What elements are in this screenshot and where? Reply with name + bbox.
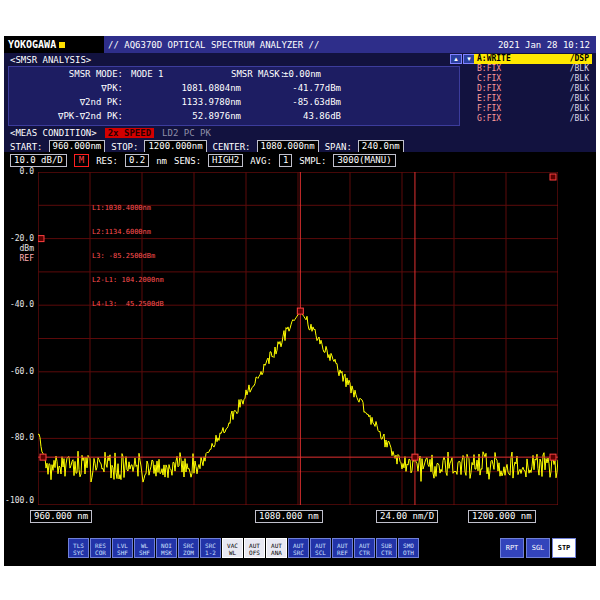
stop-sweep-button[interactable]: STP	[552, 538, 576, 558]
meas-condition-row: <MEAS CONDITION> 2x SPEED LD2 PC PK	[10, 128, 211, 138]
softkey-aut-ctr[interactable]: AUT CTR	[354, 538, 375, 558]
xaxis-center-value: 1080.000 nm	[255, 510, 323, 523]
peak-label: ∇PK:	[13, 83, 123, 93]
graph-display: 10.0 dB/D M RES: 0.2 nm SENS: HIGH2 AVG:…	[4, 152, 596, 566]
softkey-noi-msk[interactable]: NOI MSK	[156, 538, 177, 558]
sens-value[interactable]: HIGH2	[208, 154, 243, 167]
softkey-aut-ref[interactable]: AUT REF	[332, 538, 353, 558]
line-marker-l1: L1:1030.4000nm	[92, 204, 164, 212]
trace-d-status: /BLK	[570, 84, 589, 94]
y-unit-label: dBm	[4, 244, 34, 253]
line-marker-readout: L1:1030.4000nm L2:1134.6000nm L3: -85.25…	[92, 188, 164, 324]
y-label-80: -80.0	[4, 433, 34, 442]
trace-d-name: D:FIX	[477, 84, 501, 94]
trace-scroll-controls: ▲ ▼	[450, 54, 475, 64]
stop-label: STOP:	[111, 142, 138, 152]
trace-c-name: C:FIX	[477, 74, 501, 84]
softkey-vac-wl[interactable]: VAC WL	[222, 538, 243, 558]
smsr-mode-label: SMSR MODE:	[13, 69, 123, 79]
y-label-60: -60.0	[4, 367, 34, 376]
softkey-tls-syc[interactable]: TLS SYC	[68, 538, 89, 558]
sens-label: SENS:	[174, 156, 201, 166]
smpl-value[interactable]: 3000(MANU)	[333, 154, 395, 167]
trace-row-e[interactable]: E:FIX /BLK	[474, 94, 592, 104]
peak-row: ∇PK: 1081.0804nm -41.77dBm	[13, 83, 341, 93]
softkey-sub-ctr[interactable]: SUB CTR	[376, 538, 397, 558]
peak-level: -41.77dBm	[241, 83, 341, 93]
res-unit: nm	[156, 156, 167, 166]
trace-row-c[interactable]: C:FIX /BLK	[474, 74, 592, 84]
second-peak-level: -85.63dBm	[241, 97, 341, 107]
center-label: CENTER:	[213, 142, 251, 152]
analysis-header: <SMSR ANALYSIS>	[10, 55, 91, 65]
second-peak-row: ∇2nd PK: 1133.9780nm -85.63dBm	[13, 97, 341, 107]
instrument-screen: YOKOGAWA // AQ6370D OPTICAL SPECTRUM ANA…	[4, 36, 596, 566]
sweep-key-group: RPT SGL STP	[500, 538, 576, 558]
settings-row: 10.0 dB/D M RES: 0.2 nm SENS: HIGH2 AVG:…	[10, 154, 396, 167]
line-marker-l2-l1: L2-L1: 104.2000nm	[92, 276, 164, 284]
second-peak-wavelength: 1133.9780nm	[123, 97, 241, 107]
brand-logo: YOKOGAWA	[4, 36, 104, 53]
y-label-100: -100.0	[4, 496, 34, 505]
brand-text: YOKOGAWA	[8, 39, 56, 50]
softkey-src-zom[interactable]: SRC ZOM	[178, 538, 199, 558]
line-marker-l2: L2:1134.6000nm	[92, 228, 164, 236]
smsr-diff-wavelength: 52.8976nm	[123, 111, 241, 121]
softkey-smo-oth[interactable]: SMO OTH	[398, 538, 419, 558]
softkey-aut-src[interactable]: AUT SRC	[288, 538, 309, 558]
title-bar: YOKOGAWA // AQ6370D OPTICAL SPECTRUM ANA…	[4, 36, 596, 53]
speed-badge: 2x SPEED	[105, 128, 154, 138]
level-scale-value[interactable]: 10.0 dB/D	[10, 154, 67, 167]
span-label: SPAN:	[325, 142, 352, 152]
smsr-diff-level: 43.86dB	[241, 111, 341, 121]
smsr-diff-label: ∇PK-∇2nd PK:	[13, 111, 123, 121]
xaxis-start-value: 960.000 nm	[30, 510, 92, 523]
trace-row-b[interactable]: B:FIX /BLK	[474, 64, 592, 74]
res-value[interactable]: 0.2	[125, 154, 149, 167]
y-label-20: -20.0	[4, 234, 34, 243]
smsr-mode-row: SMSR MODE: MODE 1 SMSR MASK: ±0.00nm	[13, 69, 321, 79]
softkey-bar: TLS SYC RES COR LVL SHF WL SHF NOI MSK S…	[68, 538, 419, 558]
page-title: // AQ6370D OPTICAL SPECTRUM ANALYZER //	[108, 40, 319, 50]
peak-wavelength: 1081.0804nm	[123, 83, 241, 93]
line-marker-l4-l3: L4-L3: 45.2500dB	[92, 300, 164, 308]
avg-label: AVG:	[250, 156, 272, 166]
softkey-aut-ofs[interactable]: AUT OFS	[244, 538, 265, 558]
xaxis-stop-value: 1200.000 nm	[468, 510, 536, 523]
marker-indicator: M	[74, 154, 89, 167]
avg-value[interactable]: 1	[279, 154, 292, 167]
meas-condition-header: <MEAS CONDITION>	[10, 128, 97, 138]
ref-label: REF	[4, 254, 34, 263]
smsr-mask-value[interactable]: ±0.00nm	[231, 69, 321, 79]
res-label: RES:	[96, 156, 118, 166]
trace-f-status: /BLK	[570, 104, 589, 114]
trace-a-status: /DSP	[570, 54, 589, 64]
trace-row-d[interactable]: D:FIX /BLK	[474, 84, 592, 94]
trace-list: A:WRITE /DSP B:FIX /BLK C:FIX /BLK D:FIX…	[474, 54, 592, 124]
datetime: 2021 Jan 28 10:12	[498, 40, 590, 50]
smsr-analysis-panel: SMSR MODE: MODE 1 SMSR MASK: ±0.00nm ∇PK…	[8, 66, 460, 126]
trace-b-status: /BLK	[570, 64, 589, 74]
single-sweep-button[interactable]: SGL	[526, 538, 550, 558]
y-label-0: 0.0	[4, 167, 34, 176]
smpl-label: SMPL:	[299, 156, 326, 166]
brand-dot-icon	[59, 42, 65, 48]
softkey-aut-scl[interactable]: AUT SCL	[310, 538, 331, 558]
trace-f-name: F:FIX	[477, 104, 501, 114]
softkey-src-1-2[interactable]: SRC 1-2	[200, 538, 221, 558]
softkey-wl-shf[interactable]: WL SHF	[134, 538, 155, 558]
repeat-sweep-button[interactable]: RPT	[500, 538, 524, 558]
softkey-aut-ana[interactable]: AUT ANA	[266, 538, 287, 558]
y-label-40: -40.0	[4, 300, 34, 309]
xaxis-scale-value: 24.00 nm/D	[376, 510, 438, 523]
smsr-result-row: ∇PK-∇2nd PK: 52.8976nm 43.86dB	[13, 111, 341, 121]
trace-e-name: E:FIX	[477, 94, 501, 104]
trace-row-f[interactable]: F:FIX /BLK	[474, 104, 592, 114]
softkey-lvl-shf[interactable]: LVL SHF	[112, 538, 133, 558]
trace-row-a[interactable]: A:WRITE /DSP	[474, 54, 592, 64]
trace-row-g[interactable]: G:FIX /BLK	[474, 114, 592, 124]
trace-a-name: A:WRITE	[477, 54, 511, 64]
scroll-up-icon[interactable]: ▲	[450, 54, 462, 64]
softkey-res-cor[interactable]: RES COR	[90, 538, 111, 558]
smsr-mode-value[interactable]: MODE 1	[131, 69, 231, 79]
